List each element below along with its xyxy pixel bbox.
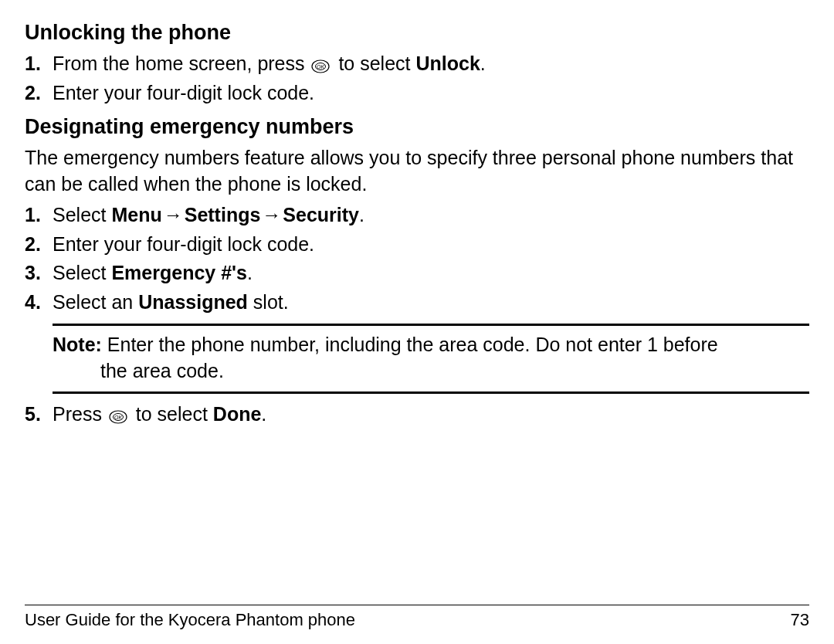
page-footer: User Guide for the Kyocera Phantom phone… bbox=[25, 605, 809, 630]
step-bold: Unassigned bbox=[138, 291, 248, 313]
steps-list-2: 1. Select Menu → Settings → Security. 2.… bbox=[25, 202, 809, 316]
arrow-icon: → bbox=[262, 202, 281, 229]
arrow-icon: → bbox=[164, 202, 183, 229]
step-number: 3. bbox=[25, 260, 41, 286]
step-bold: Security bbox=[283, 204, 359, 225]
list-item: 1. From the home screen, press OK to sel… bbox=[53, 51, 809, 77]
step-text: Enter your four-digit lock code. bbox=[53, 82, 314, 103]
list-item: 5. Press OK to select Done. bbox=[53, 402, 809, 428]
ok-button-icon: OK bbox=[311, 54, 330, 80]
list-item: 1. Select Menu → Settings → Security. bbox=[53, 202, 809, 229]
page-number: 73 bbox=[791, 610, 809, 630]
step-text: Press bbox=[53, 403, 107, 425]
intro-paragraph: The emergency numbers feature allows you… bbox=[25, 145, 809, 198]
step-text: Enter your four-digit lock code. bbox=[53, 233, 314, 255]
list-item: 2. Enter your four-digit lock code. bbox=[53, 80, 809, 107]
step-number: 2. bbox=[25, 232, 41, 258]
note-block: Note: Enter the phone number, including … bbox=[53, 324, 809, 395]
svg-text:OK: OK bbox=[317, 64, 324, 69]
list-item: 2. Enter your four-digit lock code. bbox=[53, 232, 809, 258]
step-bold: Done bbox=[213, 403, 262, 425]
step-text: Select an bbox=[53, 291, 138, 313]
step-bold: Emergency #'s bbox=[111, 262, 247, 283]
step-text: . bbox=[247, 262, 253, 283]
step-number: 2. bbox=[25, 80, 41, 107]
note-text: Enter the phone number, including the ar… bbox=[102, 334, 718, 355]
svg-text:OK: OK bbox=[114, 415, 122, 420]
steps-list-3: 5. Press OK to select Done. bbox=[25, 402, 809, 428]
list-item: 4. Select an Unassigned slot. bbox=[53, 290, 809, 316]
list-item: 3. Select Emergency #'s. bbox=[53, 260, 809, 286]
step-text: . bbox=[261, 403, 266, 425]
heading-emergency: Designating emergency numbers bbox=[25, 113, 809, 141]
step-text: From the home screen, press bbox=[53, 53, 310, 74]
step-number: 4. bbox=[25, 290, 41, 316]
step-number: 5. bbox=[25, 402, 41, 428]
step-bold: Menu bbox=[111, 204, 161, 225]
step-text: to select bbox=[333, 53, 415, 74]
steps-list-1: 1. From the home screen, press OK to sel… bbox=[25, 51, 809, 107]
step-text: Select bbox=[53, 262, 111, 283]
step-number: 1. bbox=[25, 51, 41, 77]
note-label: Note: bbox=[53, 334, 102, 355]
document-content: Unlocking the phone 1. From the home scr… bbox=[25, 19, 809, 428]
step-bold: Settings bbox=[185, 204, 261, 225]
ok-button-icon: OK bbox=[109, 405, 127, 431]
note-line: the area code. bbox=[53, 358, 809, 385]
step-text: . bbox=[359, 204, 364, 225]
heading-unlocking: Unlocking the phone bbox=[25, 19, 809, 46]
footer-title: User Guide for the Kyocera Phantom phone bbox=[25, 610, 355, 630]
step-text: to select bbox=[131, 403, 213, 425]
step-text: slot. bbox=[248, 291, 289, 313]
step-text: Select bbox=[53, 204, 111, 225]
step-number: 1. bbox=[25, 202, 41, 229]
note-line: Note: Enter the phone number, including … bbox=[53, 332, 809, 358]
step-bold: Unlock bbox=[415, 53, 480, 74]
step-text: . bbox=[480, 53, 486, 74]
